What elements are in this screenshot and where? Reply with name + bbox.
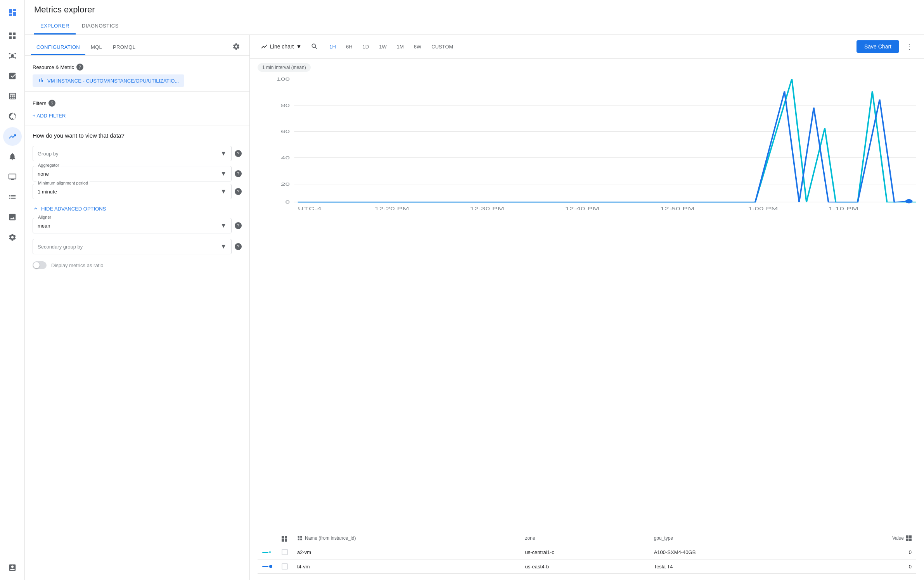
row-t4vm-gpu-type: Tesla T4 — [649, 559, 820, 574]
svg-rect-2 — [9, 36, 11, 39]
svg-rect-3 — [13, 36, 15, 39]
save-chart-button[interactable]: Save Chart — [857, 40, 899, 53]
sidebar-item-table[interactable] — [3, 87, 22, 105]
row-a2vm-zone: us-central1-c — [521, 545, 649, 559]
interval-badge: 1 min interval (mean) — [258, 63, 311, 72]
display-ratio-toggle[interactable] — [33, 261, 47, 269]
aligner-arrow-icon: ▼ — [220, 222, 227, 229]
svg-text:UTC-4: UTC-4 — [298, 206, 322, 211]
chart-toolbar: Line chart ▼ 1H 6H 1D 1W 1M 6W CUSTOM Sa… — [250, 35, 924, 59]
svg-rect-34 — [300, 536, 302, 537]
chart-container: 0 20 40 60 80 100 UTC-4 12:20 PM 12:30 P… — [258, 75, 916, 214]
secondary-group-by-help-icon[interactable]: ? — [235, 243, 242, 250]
aggregator-dropdown[interactable]: none ▼ — [33, 166, 232, 181]
alignment-arrow-icon: ▼ — [220, 188, 227, 195]
legend-table: Name (from instance_id) zone gpu_type Va… — [258, 531, 916, 574]
time-btn-1d[interactable]: 1D — [358, 41, 374, 52]
aligner-help-icon[interactable]: ? — [235, 222, 242, 229]
group-by-dropdown[interactable]: Group by ▼ — [33, 146, 232, 161]
sidebar-item-nodes[interactable] — [3, 47, 22, 65]
metric-chip-bar-icon — [38, 77, 44, 85]
col-name-header: Name (from instance_id) — [292, 531, 521, 545]
config-tab-bar: CONFIGURATION MQL PROMQL — [25, 35, 249, 56]
group-by-row: Group by ▼ ? — [25, 143, 249, 164]
col-zone-header: zone — [521, 531, 649, 545]
tab-explorer[interactable]: EXPLORER — [34, 18, 76, 35]
filters-help-icon[interactable]: ? — [48, 100, 55, 107]
svg-point-32 — [905, 199, 913, 204]
a2vm-checkbox[interactable] — [282, 549, 288, 555]
resource-metric-label: Resource & Metric ? — [33, 64, 242, 71]
sidebar-item-target[interactable] — [3, 107, 22, 126]
col-gpu-type-header: gpu_type — [649, 531, 820, 545]
time-btn-1w[interactable]: 1W — [374, 41, 391, 52]
sidebar-item-overview[interactable] — [3, 26, 22, 45]
svg-text:20: 20 — [281, 182, 290, 187]
row-a2vm-indicator — [258, 545, 277, 559]
col-value-header: Value — [820, 531, 916, 545]
aggregator-field: Aggregator none ▼ ? — [33, 166, 242, 181]
sidebar-item-metrics[interactable] — [3, 127, 22, 146]
view-section-title: How do you want to view that data? — [25, 126, 249, 143]
tab-mql[interactable]: MQL — [85, 40, 107, 55]
aggregator-help-icon[interactable]: ? — [235, 170, 242, 177]
time-btn-6h[interactable]: 6H — [341, 41, 357, 52]
sidebar-item-timeline[interactable] — [3, 67, 22, 85]
secondary-group-by-arrow-icon: ▼ — [220, 243, 227, 250]
aggregator-value: none — [38, 171, 220, 177]
filters-section: Filters ? + ADD FILTER — [25, 92, 249, 126]
time-btn-1m[interactable]: 1M — [392, 41, 408, 52]
sidebar-item-report[interactable] — [3, 558, 22, 577]
t4vm-checkbox[interactable] — [282, 563, 288, 570]
alignment-field: Minimum alignment period 1 minute ▼ ? — [33, 184, 242, 199]
legend-row-t4vm: t4-vm us-east4-b Tesla T4 0 — [258, 559, 916, 574]
sidebar-item-monitor[interactable] — [3, 167, 22, 186]
toggle-knob — [33, 262, 40, 268]
group-by-help-icon[interactable]: ? — [235, 150, 242, 157]
chart-type-button[interactable]: Line chart ▼ — [258, 41, 305, 52]
resource-metric-help-icon[interactable]: ? — [76, 64, 83, 71]
svg-rect-36 — [300, 539, 302, 540]
time-btn-custom[interactable]: CUSTOM — [427, 41, 458, 52]
hide-advanced-toggle[interactable]: HIDE ADVANCED OPTIONS — [25, 202, 249, 216]
tab-promql[interactable]: PROMQL — [107, 40, 141, 55]
row-a2vm-checkbox[interactable] — [277, 545, 292, 559]
logo-icon — [3, 3, 22, 22]
settings-gear-icon[interactable] — [229, 40, 243, 55]
svg-text:1:00 PM: 1:00 PM — [748, 206, 778, 211]
row-a2vm-gpu-type: A100-SXM4-40GB — [649, 545, 820, 559]
tab-configuration[interactable]: CONFIGURATION — [31, 40, 85, 55]
alignment-value: 1 minute — [38, 189, 220, 195]
sidebar-item-settings[interactable] — [3, 228, 22, 247]
add-filter-button[interactable]: + ADD FILTER — [33, 110, 66, 121]
aggregator-label: Aggregator — [36, 163, 61, 167]
alignment-dropdown[interactable]: 1 minute ▼ — [33, 184, 232, 199]
alignment-label: Minimum alignment period — [36, 181, 90, 185]
sidebar-item-image[interactable] — [3, 208, 22, 226]
search-button[interactable] — [308, 40, 322, 54]
row-a2vm-name: a2-vm — [292, 545, 521, 559]
more-options-button[interactable]: ⋮ — [902, 40, 916, 54]
left-panel: CONFIGURATION MQL PROMQL Resource & Metr… — [25, 35, 250, 580]
legend-table-container: Name (from instance_id) zone gpu_type Va… — [250, 531, 924, 580]
metric-chip[interactable]: VM INSTANCE - CUSTOM/INSTANCE/GPU/UTILIZ… — [33, 74, 184, 87]
sidebar-item-alerts[interactable] — [3, 147, 22, 166]
display-ratio-row: Display metrics as ratio — [25, 257, 249, 274]
alignment-help-icon[interactable]: ? — [235, 188, 242, 195]
time-btn-1h[interactable]: 1H — [325, 41, 341, 52]
value-grid-icon[interactable] — [906, 535, 912, 541]
svg-text:80: 80 — [281, 103, 290, 108]
row-t4vm-checkbox[interactable] — [277, 559, 292, 574]
group-by-arrow-icon: ▼ — [220, 150, 227, 157]
tab-diagnostics[interactable]: DIAGNOSTICS — [76, 18, 125, 35]
row-t4vm-value: 0 — [820, 559, 916, 574]
row-a2vm-value: 0 — [820, 545, 916, 559]
sidebar-item-list[interactable] — [3, 188, 22, 206]
row-t4vm-zone: us-east4-b — [521, 559, 649, 574]
aligner-dropdown[interactable]: mean ▼ — [33, 218, 232, 233]
main-tab-bar: EXPLORER DIAGNOSTICS — [25, 18, 924, 35]
time-btn-6w[interactable]: 6W — [409, 41, 426, 52]
aligner-field: Aligner mean ▼ ? — [33, 218, 242, 233]
secondary-group-by-dropdown[interactable]: Secondary group by ▼ — [33, 239, 232, 254]
grid-view-icon[interactable] — [282, 536, 287, 542]
